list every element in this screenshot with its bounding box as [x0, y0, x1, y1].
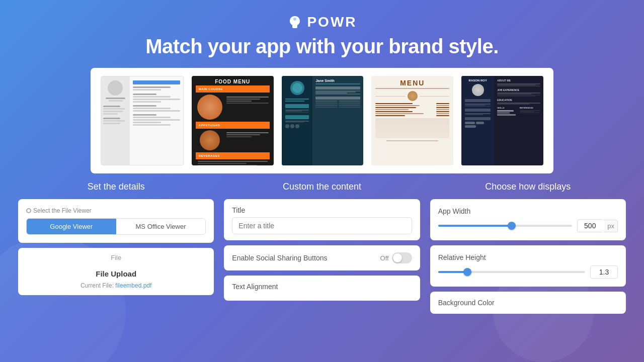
preview-card-5: RASON ROY [461, 76, 543, 165]
set-details-section: Set the details Select the File Viewer G… [18, 182, 214, 314]
google-viewer-button[interactable]: Google Viewer [27, 219, 116, 234]
current-file-label: Current File: fileembed.pdf [26, 282, 206, 289]
relative-height-slider-row [438, 265, 618, 279]
toggle-knob [393, 253, 402, 262]
relative-height-track [438, 271, 585, 273]
radio-icon [26, 208, 31, 213]
toggle-container: Off [380, 252, 412, 263]
preview-card-4: MENU [371, 76, 453, 165]
social-sharing-box: Enable Social Sharing Buttons Off [224, 245, 420, 270]
choose-display-title: Choose how displays [430, 182, 626, 192]
app-width-slider-row: px [438, 219, 618, 232]
preview-card-2: FOOD MENU MAIN COURSE APPETIZERS [192, 76, 274, 165]
custom-content-title: Custom the content [224, 182, 420, 192]
set-details-title: Set the details [18, 182, 214, 192]
title-input[interactable] [232, 217, 412, 234]
app-width-fill [438, 225, 512, 227]
relative-height-value-box [590, 265, 618, 279]
powr-logo-icon [287, 14, 303, 30]
choose-display-section: Choose how displays App Width px Relativ… [430, 182, 626, 314]
social-sharing-label: Enable Social Sharing Buttons [232, 254, 327, 262]
social-sharing-row: Enable Social Sharing Buttons Off [224, 245, 420, 270]
file-upload-box: File File Upload Current File: fileembed… [18, 248, 214, 295]
header: POWR Match your app with your brand styl… [0, 0, 644, 68]
relative-height-thumb[interactable] [463, 268, 471, 276]
file-viewer-box: Select the File Viewer Google Viewer MS … [18, 199, 214, 243]
custom-content-section: Custom the content Title Enable Social S… [224, 182, 420, 314]
bottom-panels: Set the details Select the File Viewer G… [10, 182, 634, 314]
file-viewer-label: Select the File Viewer [26, 207, 206, 214]
logo-area: POWR [0, 14, 644, 30]
file-upload-button[interactable]: File Upload [26, 265, 206, 282]
current-file-link[interactable]: fileembed.pdf [115, 282, 151, 289]
toggle-state-label: Off [380, 254, 389, 262]
text-alignment-box: Text Alignment [224, 276, 420, 301]
social-sharing-toggle[interactable] [392, 252, 412, 263]
headline: Match your app with your brand style. [0, 35, 644, 58]
ms-viewer-button[interactable]: MS Office Viewer [116, 219, 206, 234]
text-alignment-label: Text Alignment [232, 283, 412, 291]
title-label: Title [232, 206, 412, 214]
app-width-track [438, 225, 573, 227]
title-field-box: Title [224, 199, 420, 240]
preview-strip: FOOD MENU MAIN COURSE APPETIZERS [91, 68, 553, 173]
svg-point-0 [293, 18, 296, 21]
app-width-value-box: px [577, 219, 618, 232]
app-width-unit: px [604, 220, 618, 232]
logo-text: POWR [307, 14, 357, 30]
file-label: File [26, 254, 206, 261]
relative-height-value[interactable] [590, 265, 618, 279]
viewer-buttons: Google Viewer MS Office Viewer [26, 218, 206, 235]
background-color-box: Background Color [430, 292, 626, 314]
relative-height-box: Relative Height [430, 245, 626, 287]
preview-card-3: Jane Smith [282, 76, 364, 165]
relative-height-label: Relative Height [438, 253, 618, 261]
app-width-value[interactable] [577, 219, 602, 232]
app-width-box: App Width px [430, 199, 626, 240]
background-color-label: Background Color [438, 299, 618, 307]
app-width-thumb[interactable] [508, 222, 516, 230]
app-width-label: App Width [438, 207, 618, 215]
preview-card-1 [101, 76, 184, 165]
